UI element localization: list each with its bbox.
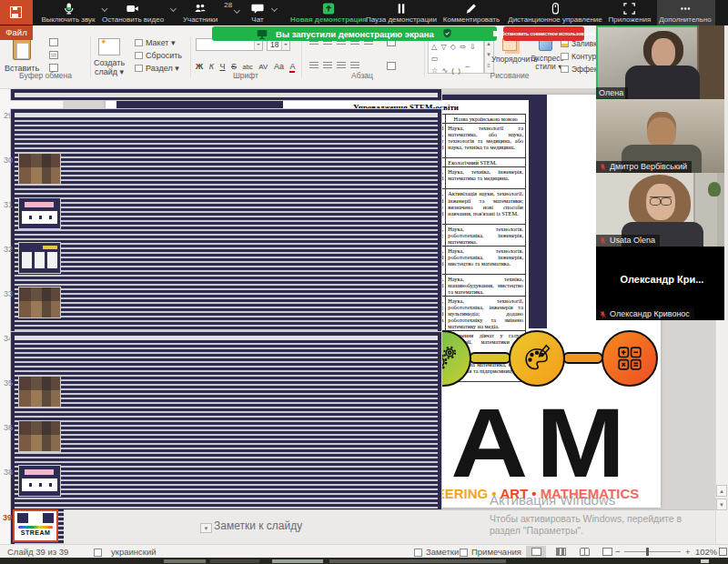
slide-thumbnail[interactable]	[19, 198, 60, 228]
application-window: Упровадження STEM-освіти Поняття Назва а…	[0, 0, 728, 564]
reset-button[interactable]: Сбросить	[135, 51, 182, 60]
tab-file[interactable]: Файл	[0, 25, 33, 40]
underline-button[interactable]: Ч	[219, 62, 225, 71]
sharing-indicator-banner: Вы запустили демонстрацию экрана	[212, 26, 497, 41]
apps-icon	[609, 2, 652, 15]
apps-button[interactable]: Приложения	[609, 1, 652, 25]
language-indicator[interactable]: украинский	[111, 547, 157, 557]
slide-thumbnails-pane[interactable]: 29 30 31 32 33 34 35 36 38	[0, 89, 64, 544]
stop-share-label: Остановить совместное использование	[501, 31, 595, 36]
participants-button[interactable]: 28 Участники	[183, 1, 217, 25]
more-button[interactable]: Дополнительно	[659, 1, 712, 25]
slide-thumbnail[interactable]	[11, 109, 441, 343]
shapes-row[interactable]: ☆ ∿ ( ) ⌒	[431, 65, 481, 76]
shapes-gallery[interactable]: △ ▽ ◇ ⇨ ⇩ ▭ ☆ ∿ ( ) ⌒ ▲▼≡	[428, 37, 484, 74]
previous-slide-button[interactable]: ▲	[716, 485, 727, 497]
chevron-icon[interactable]	[234, 7, 240, 14]
quick-save-button[interactable]	[0, 0, 33, 25]
pause-share-button[interactable]: Пауза демонстрации	[366, 1, 437, 25]
slide-thumbnail[interactable]	[19, 466, 60, 496]
participants-count: 28	[224, 1, 232, 9]
palette-icon	[520, 341, 554, 376]
slide-number: 38	[4, 468, 16, 477]
clipboard-group-label: Буфер обмена	[19, 71, 72, 80]
section-button[interactable]: Раздел ▾	[135, 64, 179, 73]
taskbar-item	[164, 559, 206, 563]
subtitle-word: ART	[500, 486, 529, 501]
slide-thumbnail[interactable]	[19, 421, 60, 451]
taskbar-item	[210, 559, 259, 563]
video-tile-olena[interactable]: Олена	[596, 25, 728, 99]
chevron-icon[interactable]	[271, 5, 278, 12]
slideshow-button[interactable]	[597, 546, 617, 558]
cut-icon[interactable]	[49, 38, 58, 46]
slide-thumbnail[interactable]	[19, 243, 60, 273]
current-slide-thumbnail[interactable]: STREAM	[13, 509, 58, 542]
participant-name: Олександр Кривонос	[596, 308, 694, 320]
thumbnail-color-dots	[18, 526, 53, 529]
slide-sorter-view-button[interactable]	[551, 546, 571, 558]
video-tile-dmytro[interactable]: Дмитро Вербівський	[596, 99, 728, 173]
normal-view-button[interactable]	[526, 546, 546, 558]
slide-thumbnail-partial[interactable]	[11, 89, 441, 100]
stop-share-button[interactable]: Остановить совместное использование	[503, 26, 584, 41]
slide-thumbnail[interactable]	[19, 377, 60, 407]
annotate-button[interactable]: Комментировать	[443, 1, 500, 25]
italic-button[interactable]: К	[209, 62, 214, 71]
next-slide-button[interactable]: ▼	[716, 499, 727, 510]
chat-button[interactable]: Чат	[250, 1, 265, 25]
fit-to-window-button[interactable]	[719, 548, 727, 556]
chevron-icon[interactable]	[170, 5, 177, 12]
font-color-button[interactable]: A	[289, 62, 295, 73]
copy-icon[interactable]	[49, 51, 58, 59]
new-share-button[interactable]: Новая демонстрация	[290, 1, 367, 25]
collapse-notes-button[interactable]: ▼	[200, 523, 212, 533]
new-slide-icon[interactable]	[98, 38, 120, 55]
clear-formatting-button[interactable]: abc	[243, 64, 253, 70]
zoom-out-button[interactable]: −	[615, 547, 621, 557]
table-header: Назва українською мовою	[446, 115, 526, 124]
slide-thumbnail[interactable]	[19, 154, 60, 184]
slide-number: 31	[4, 200, 16, 209]
shapes-row[interactable]: △ ▽ ◇ ⇨ ⇩ ▭	[431, 41, 481, 65]
stop-video-button[interactable]: Остановить видео	[102, 1, 164, 25]
video-panel-scrollbar[interactable]	[724, 25, 728, 320]
reading-view-button[interactable]	[574, 546, 594, 558]
align-buttons[interactable]	[309, 62, 364, 71]
video-tile-oleksandr[interactable]: Олександр Кри... Олександр Кривонос	[596, 247, 728, 320]
mute-button[interactable]: Выключить звук	[41, 1, 95, 25]
font-group-label: Шрифт	[233, 71, 258, 80]
zoom-meeting-toolbar: Выключить звук Остановить видео 28 Участ…	[0, 0, 728, 25]
zoom-level[interactable]: 102%	[695, 547, 717, 557]
microphone-icon	[41, 2, 95, 15]
zoom-in-button[interactable]: +	[685, 547, 691, 557]
comments-toggle[interactable]: Примечания	[460, 547, 521, 557]
zoom-slider-thumb[interactable]	[646, 548, 649, 556]
chat-icon	[250, 2, 265, 15]
strikethrough-button[interactable]: S	[231, 62, 237, 71]
participant-name: Олена	[596, 87, 628, 99]
taskbar-edge	[0, 558, 728, 564]
character-spacing-button[interactable]: AV	[258, 63, 268, 71]
layout-button[interactable]: Макет ▾	[135, 38, 176, 47]
new-slide-button[interactable]: Создатьслайд ▾	[87, 58, 131, 76]
muted-mic-icon	[599, 309, 607, 320]
logo-circle-art	[509, 330, 565, 387]
slide-thumbnail[interactable]	[19, 287, 60, 317]
bold-button[interactable]: Ж	[196, 62, 203, 71]
notes-pane[interactable]: ▼ Заметки к слайду	[64, 509, 715, 544]
stop-icon	[493, 31, 499, 36]
spell-check-icon[interactable]	[94, 547, 106, 557]
person	[652, 38, 675, 67]
group-separator	[190, 36, 191, 77]
background	[708, 182, 721, 196]
change-case-button[interactable]: Aa	[274, 62, 284, 71]
chain-link	[562, 352, 603, 364]
video-tile-usata[interactable]: Usata Olena	[596, 173, 728, 247]
paste-icon[interactable]	[13, 38, 31, 60]
notes-toggle[interactable]: Заметки	[414, 547, 459, 557]
remote-control-button[interactable]: Дистанционное управление	[508, 1, 602, 25]
person	[625, 65, 700, 99]
zoom-slider-track[interactable]	[624, 551, 681, 552]
convert-smartart-icon[interactable]	[387, 62, 396, 70]
